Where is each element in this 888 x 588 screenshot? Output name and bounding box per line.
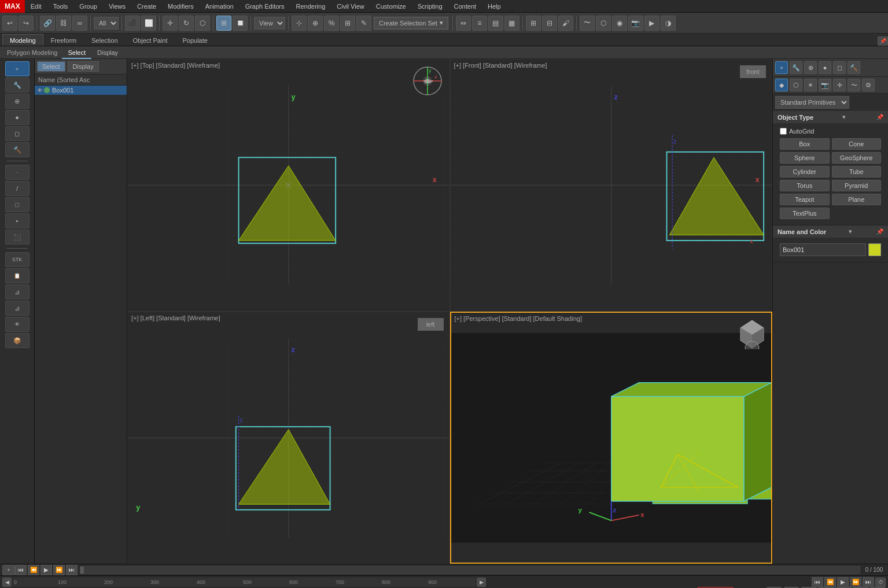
- sub-selection-element[interactable]: ⬛: [5, 230, 30, 245]
- timeline-thumb[interactable]: [80, 567, 84, 574]
- menu-content[interactable]: Content: [448, 0, 482, 13]
- filter-btn[interactable]: ⊿: [5, 284, 30, 299]
- viewport-perspective-label[interactable]: [+] [Perspective] [Standard] [Default Sh…: [455, 315, 582, 322]
- menu-help[interactable]: Help: [482, 0, 507, 13]
- plane-button[interactable]: Plane: [832, 194, 882, 205]
- object-name-input[interactable]: [780, 243, 866, 256]
- next-frame-button[interactable]: ⏩: [53, 565, 65, 575]
- tab-pin-button[interactable]: 📌: [878, 36, 888, 46]
- viewport-front-label[interactable]: [+] [Front] [Standard] [Wireframe]: [454, 62, 547, 69]
- rp-utilities-icon[interactable]: 🔨: [848, 61, 860, 74]
- viewport-left[interactable]: [+] [Left] [Standard] [Wireframe] y z: [127, 312, 450, 564]
- percent-snap-button[interactable]: %: [324, 16, 339, 31]
- timeline-scroll-left[interactable]: ◀: [2, 578, 12, 587]
- schematic-view-button[interactable]: ⬡: [596, 16, 611, 31]
- link-button[interactable]: 🔗: [40, 16, 55, 31]
- layer-manager-button[interactable]: ⊞: [526, 16, 541, 31]
- select-move-button[interactable]: ✛: [163, 16, 178, 31]
- normal-align-button[interactable]: ▦: [504, 16, 519, 31]
- create-panel-btn[interactable]: +: [5, 61, 30, 76]
- rp-create-icon[interactable]: +: [775, 61, 788, 74]
- cylinder-button[interactable]: Cylinder: [780, 166, 830, 177]
- geosphere-button[interactable]: GeoSphere: [832, 152, 882, 164]
- modify-panel-btn[interactable]: 🔧: [5, 77, 30, 93]
- undo-button[interactable]: ↩: [2, 16, 17, 31]
- align-view-button[interactable]: ▤: [488, 16, 503, 31]
- viewport-top[interactable]: [+] [Top] [Standard] [Wireframe] x y: [127, 59, 450, 312]
- menu-customize[interactable]: Customize: [370, 0, 412, 13]
- viewport-left-label[interactable]: [+] [Left] [Standard] [Wireframe]: [131, 315, 220, 321]
- sub-selection-polygon[interactable]: ▪: [5, 213, 30, 228]
- add-keys-button[interactable]: +: [2, 565, 15, 575]
- viewport-perspective[interactable]: [+] [Perspective] [Standard] [Default Sh…: [450, 312, 773, 564]
- rp-hierarchy-icon[interactable]: ⊕: [804, 61, 817, 74]
- sec-tab-select[interactable]: Select: [62, 46, 91, 59]
- timeline-slider[interactable]: [80, 566, 860, 574]
- tube-button[interactable]: Tube: [832, 166, 882, 177]
- box-button[interactable]: Box: [780, 138, 830, 150]
- menu-animation[interactable]: Animation: [200, 0, 239, 13]
- pyramid-button[interactable]: Pyramid: [832, 180, 882, 191]
- rp-modify-icon[interactable]: 🔧: [790, 61, 802, 74]
- menu-create[interactable]: Create: [131, 0, 162, 13]
- create-selection-set-dropdown[interactable]: Create Selection Set ▾: [374, 17, 448, 29]
- menu-views[interactable]: Views: [103, 0, 131, 13]
- mirror-button[interactable]: ⇔: [456, 16, 471, 31]
- tab-freeform[interactable]: Freeform: [43, 34, 84, 46]
- timeline-ruler[interactable]: 0 100 200 300 400 500 600 700 800 900: [13, 578, 476, 587]
- render-button[interactable]: ▶: [644, 16, 659, 31]
- visibility-icon[interactable]: 👁: [37, 87, 43, 94]
- snap-2d-button[interactable]: ⊹: [292, 16, 307, 31]
- rp-helpers-icon[interactable]: ✛: [833, 79, 846, 91]
- align-button[interactable]: ≡: [472, 16, 487, 31]
- render-setup-button[interactable]: 📷: [628, 16, 643, 31]
- play-controls-next[interactable]: ⏩: [850, 577, 861, 587]
- menu-graph-editors[interactable]: Graph Editors: [239, 0, 290, 13]
- top-gizmo[interactable]: x y TOP: [412, 65, 444, 97]
- textplus-button[interactable]: TextPlus: [780, 208, 830, 219]
- object-type-header[interactable]: Object Type ▾ 📌: [773, 111, 888, 123]
- teapot-button[interactable]: Teapot: [780, 194, 830, 205]
- active-shade-button[interactable]: ◑: [661, 16, 676, 31]
- color-swatch[interactable]: [868, 243, 881, 256]
- material-editor-button[interactable]: ◉: [612, 16, 627, 31]
- spinner-snap-button[interactable]: ⊞: [340, 16, 355, 31]
- sec-tab-display[interactable]: Display: [91, 46, 124, 59]
- scene-item-box001[interactable]: 👁 Box001: [35, 86, 127, 95]
- scene-select-btn[interactable]: Select: [37, 61, 65, 72]
- menu-rendering[interactable]: Rendering: [290, 0, 331, 13]
- left-gizmo[interactable]: left: [418, 318, 444, 331]
- reference-coord-button[interactable]: ⊞: [216, 16, 231, 31]
- autogrid-checkbox[interactable]: [780, 128, 787, 135]
- time-config-button[interactable]: ⏱: [875, 578, 886, 587]
- rp-primitive-dropdown[interactable]: Standard Primitives Extended Primitives …: [775, 96, 849, 109]
- rp-geom-icon[interactable]: ◆: [775, 79, 788, 91]
- play-controls-play[interactable]: ▶: [837, 577, 849, 587]
- play-controls-end[interactable]: ⏭: [863, 577, 874, 587]
- select-rotate-button[interactable]: ↻: [179, 16, 194, 31]
- go-start-button[interactable]: ⏮: [15, 565, 27, 575]
- rp-display-icon[interactable]: ◻: [833, 61, 846, 74]
- rp-motion-icon[interactable]: ●: [819, 61, 831, 74]
- isolate-btn[interactable]: 👁: [5, 317, 30, 332]
- name-color-pin-icon[interactable]: 📌: [876, 228, 883, 235]
- sub-selection-border[interactable]: □: [5, 197, 30, 212]
- hierarchy-panel-btn[interactable]: ⊕: [5, 94, 30, 109]
- menu-modifiers[interactable]: Modifiers: [162, 0, 200, 13]
- filter2-btn[interactable]: ⊿: [5, 301, 30, 316]
- rp-cameras-icon[interactable]: 📷: [819, 79, 831, 91]
- play-button[interactable]: ▶: [40, 565, 52, 575]
- angle-snap-button[interactable]: ⊕: [308, 16, 323, 31]
- menu-scripting[interactable]: Scripting: [412, 0, 448, 13]
- sphere-button[interactable]: Sphere: [780, 152, 830, 164]
- select-region-button[interactable]: ⬜: [141, 16, 156, 31]
- scene-display-btn[interactable]: Display: [68, 61, 99, 72]
- bind-button[interactable]: ∞: [72, 16, 87, 31]
- torus-button[interactable]: Torus: [780, 180, 830, 191]
- go-end-button[interactable]: ⏭: [66, 565, 78, 575]
- stack-display-btn[interactable]: STK: [5, 252, 30, 267]
- unlink-button[interactable]: ⛓: [56, 16, 71, 31]
- container-btn[interactable]: 📦: [5, 333, 30, 348]
- timeline-scroll-right[interactable]: ▶: [477, 578, 486, 587]
- tab-object-paint[interactable]: Object Paint: [126, 34, 175, 46]
